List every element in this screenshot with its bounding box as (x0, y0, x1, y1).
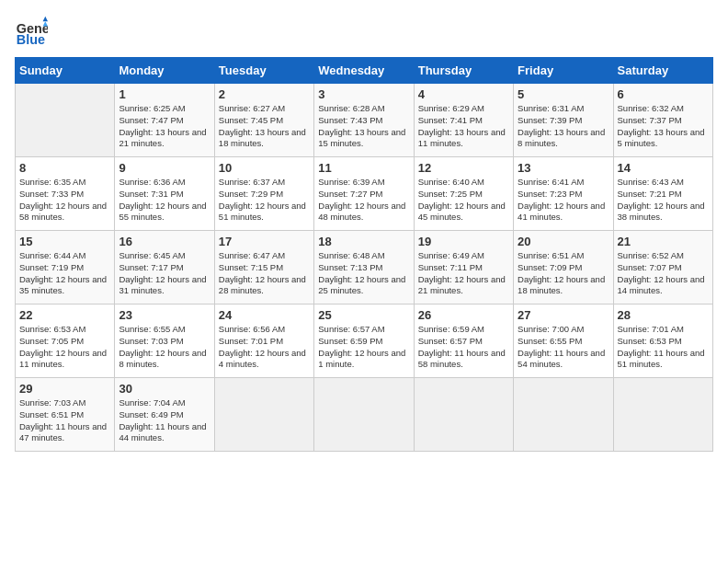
day-number: 20 (518, 235, 609, 248)
day-number: 18 (318, 235, 409, 248)
table-row: 19Sunrise: 6:49 AMSunset: 7:11 PMDayligh… (414, 231, 513, 304)
table-row (314, 378, 414, 452)
cell-text: Sunrise: 6:59 AMSunset: 6:57 PMDaylight:… (418, 324, 506, 369)
table-row: 1Sunrise: 6:25 AMSunset: 7:47 PMDaylight… (115, 84, 214, 157)
calendar-table: SundayMondayTuesdayWednesdayThursdayFrid… (15, 57, 713, 452)
cell-text: Sunrise: 6:40 AMSunset: 7:25 PMDaylight:… (418, 177, 506, 222)
cell-text: Sunrise: 6:37 AMSunset: 7:29 PMDaylight:… (219, 177, 306, 222)
table-row: 24Sunrise: 6:56 AMSunset: 7:01 PMDayligh… (214, 304, 313, 378)
cell-text: Sunrise: 6:47 AMSunset: 7:15 PMDaylight:… (219, 250, 306, 295)
day-number: 28 (618, 308, 709, 322)
cell-text: Sunrise: 6:28 AMSunset: 7:43 PMDaylight:… (318, 103, 405, 148)
svg-text:Blue: Blue (17, 32, 45, 47)
table-row: 22Sunrise: 6:53 AMSunset: 7:05 PMDayligh… (16, 304, 115, 378)
day-number: 5 (518, 87, 609, 101)
day-number: 23 (119, 308, 210, 322)
cell-text: Sunrise: 6:49 AMSunset: 7:11 PMDaylight:… (418, 250, 506, 295)
day-number: 11 (318, 161, 409, 175)
table-row: 11Sunrise: 6:39 AMSunset: 7:27 PMDayligh… (314, 157, 414, 231)
cell-text: Sunrise: 6:41 AMSunset: 7:23 PMDaylight:… (518, 177, 605, 222)
cell-text: Sunrise: 6:29 AMSunset: 7:41 PMDaylight:… (418, 103, 506, 148)
col-header-monday: Monday (115, 58, 214, 84)
day-number: 26 (418, 308, 509, 322)
day-number: 19 (418, 235, 509, 248)
table-row: 29Sunrise: 7:03 AMSunset: 6:51 PMDayligh… (16, 378, 115, 452)
table-row: 6Sunrise: 6:32 AMSunset: 7:37 PMDaylight… (613, 84, 712, 157)
cell-text: Sunrise: 6:43 AMSunset: 7:21 PMDaylight:… (618, 177, 705, 222)
day-number: 13 (518, 161, 609, 175)
day-number: 22 (19, 308, 110, 322)
day-number: 15 (19, 235, 110, 248)
day-number: 8 (19, 161, 110, 175)
cell-text: Sunrise: 6:51 AMSunset: 7:09 PMDaylight:… (518, 250, 605, 295)
day-number: 3 (318, 87, 409, 101)
day-number: 21 (618, 235, 709, 248)
table-row (613, 378, 712, 452)
cell-text: Sunrise: 6:55 AMSunset: 7:03 PMDaylight:… (119, 324, 206, 369)
cell-text: Sunrise: 7:00 AMSunset: 6:55 PMDaylight:… (518, 324, 605, 369)
day-number: 1 (119, 87, 210, 101)
table-row: 8Sunrise: 6:35 AMSunset: 7:33 PMDaylight… (16, 157, 115, 231)
table-row: 15Sunrise: 6:44 AMSunset: 7:19 PMDayligh… (16, 231, 115, 304)
svg-marker-2 (43, 17, 48, 21)
cell-text: Sunrise: 6:27 AMSunset: 7:45 PMDaylight:… (219, 103, 306, 148)
cell-text: Sunrise: 7:03 AMSunset: 6:51 PMDaylight:… (19, 397, 107, 442)
col-header-thursday: Thursday (414, 58, 513, 84)
table-row: 3Sunrise: 6:28 AMSunset: 7:43 PMDaylight… (314, 84, 414, 157)
table-row: 5Sunrise: 6:31 AMSunset: 7:39 PMDaylight… (514, 84, 613, 157)
day-number: 24 (219, 308, 310, 322)
table-row: 13Sunrise: 6:41 AMSunset: 7:23 PMDayligh… (514, 157, 613, 231)
table-row: 27Sunrise: 7:00 AMSunset: 6:55 PMDayligh… (514, 304, 613, 378)
cell-text: Sunrise: 6:25 AMSunset: 7:47 PMDaylight:… (119, 103, 206, 148)
table-row: 4Sunrise: 6:29 AMSunset: 7:41 PMDaylight… (414, 84, 513, 157)
table-row: 20Sunrise: 6:51 AMSunset: 7:09 PMDayligh… (514, 231, 613, 304)
cell-text: Sunrise: 6:45 AMSunset: 7:17 PMDaylight:… (119, 250, 206, 295)
day-number: 14 (618, 161, 709, 175)
col-header-tuesday: Tuesday (214, 58, 313, 84)
header: General Blue (15, 15, 713, 48)
day-number: 16 (119, 235, 210, 248)
day-number: 12 (418, 161, 509, 175)
cell-text: Sunrise: 6:57 AMSunset: 6:59 PMDaylight:… (318, 324, 405, 369)
table-row (16, 84, 115, 157)
table-row: 2Sunrise: 6:27 AMSunset: 7:45 PMDaylight… (214, 84, 313, 157)
table-row: 25Sunrise: 6:57 AMSunset: 6:59 PMDayligh… (314, 304, 414, 378)
logo: General Blue (15, 15, 48, 48)
cell-text: Sunrise: 6:53 AMSunset: 7:05 PMDaylight:… (19, 324, 107, 369)
table-row: 26Sunrise: 6:59 AMSunset: 6:57 PMDayligh… (414, 304, 513, 378)
day-number: 27 (518, 308, 609, 322)
cell-text: Sunrise: 6:48 AMSunset: 7:13 PMDaylight:… (318, 250, 405, 295)
table-row: 12Sunrise: 6:40 AMSunset: 7:25 PMDayligh… (414, 157, 513, 231)
table-row: 14Sunrise: 6:43 AMSunset: 7:21 PMDayligh… (613, 157, 712, 231)
day-number: 2 (219, 87, 310, 101)
cell-text: Sunrise: 6:52 AMSunset: 7:07 PMDaylight:… (618, 250, 705, 295)
table-row (514, 378, 613, 452)
table-row: 17Sunrise: 6:47 AMSunset: 7:15 PMDayligh… (214, 231, 313, 304)
col-header-friday: Friday (514, 58, 613, 84)
col-header-saturday: Saturday (613, 58, 712, 84)
table-row (414, 378, 513, 452)
table-row: 10Sunrise: 6:37 AMSunset: 7:29 PMDayligh… (214, 157, 313, 231)
cell-text: Sunrise: 6:35 AMSunset: 7:33 PMDaylight:… (19, 177, 107, 222)
cell-text: Sunrise: 6:56 AMSunset: 7:01 PMDaylight:… (219, 324, 306, 369)
table-row: 28Sunrise: 7:01 AMSunset: 6:53 PMDayligh… (613, 304, 712, 378)
logo-icon: General Blue (15, 15, 48, 48)
table-row: 18Sunrise: 6:48 AMSunset: 7:13 PMDayligh… (314, 231, 414, 304)
cell-text: Sunrise: 6:32 AMSunset: 7:37 PMDaylight:… (618, 103, 705, 148)
day-number: 17 (219, 235, 310, 248)
table-row: 21Sunrise: 6:52 AMSunset: 7:07 PMDayligh… (613, 231, 712, 304)
cell-text: Sunrise: 7:04 AMSunset: 6:49 PMDaylight:… (119, 397, 206, 442)
day-number: 25 (318, 308, 409, 322)
cell-text: Sunrise: 6:39 AMSunset: 7:27 PMDaylight:… (318, 177, 405, 222)
table-row: 9Sunrise: 6:36 AMSunset: 7:31 PMDaylight… (115, 157, 214, 231)
day-number: 29 (19, 382, 110, 396)
col-header-wednesday: Wednesday (314, 58, 414, 84)
cell-text: Sunrise: 6:31 AMSunset: 7:39 PMDaylight:… (518, 103, 605, 148)
table-row: 23Sunrise: 6:55 AMSunset: 7:03 PMDayligh… (115, 304, 214, 378)
day-number: 9 (119, 161, 210, 175)
table-row: 16Sunrise: 6:45 AMSunset: 7:17 PMDayligh… (115, 231, 214, 304)
col-header-sunday: Sunday (16, 58, 115, 84)
cell-text: Sunrise: 6:44 AMSunset: 7:19 PMDaylight:… (19, 250, 107, 295)
table-row (214, 378, 313, 452)
cell-text: Sunrise: 6:36 AMSunset: 7:31 PMDaylight:… (119, 177, 206, 222)
